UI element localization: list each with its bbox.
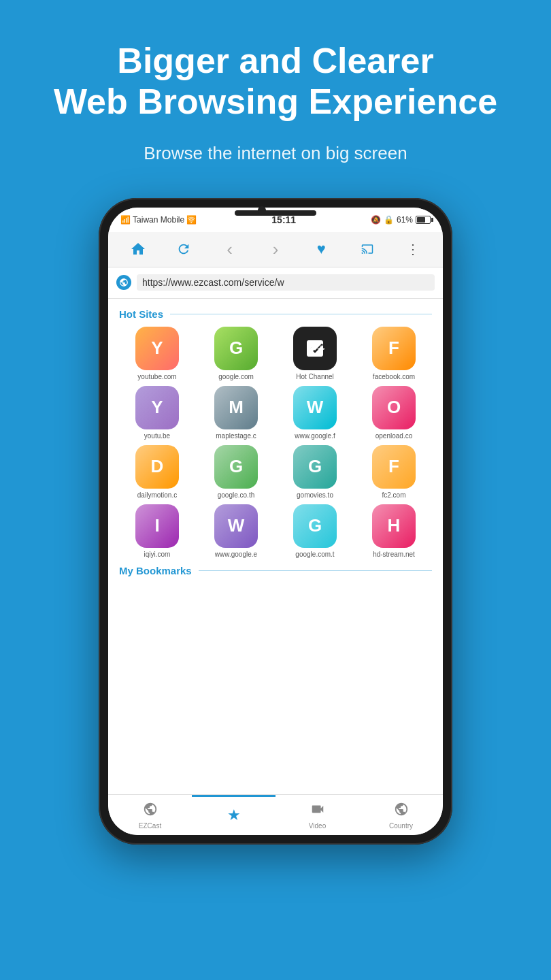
hot-sites-line: [170, 314, 432, 314]
site-label-hd-stream: hd-stream.net: [373, 551, 415, 558]
nav-label-video: Video: [309, 822, 326, 830]
bookmarks-line: [199, 570, 432, 571]
site-icon-hot-channel: ✦✦: [293, 327, 337, 370]
site-item-youtube[interactable]: Y youtube.com: [119, 327, 195, 380]
site-label-google-com-t: google.com.t: [295, 551, 334, 558]
site-label-gomovies: gomovies.to: [297, 491, 333, 499]
site-item-openload[interactable]: O openload.co: [356, 386, 432, 440]
site-icon-openload: O: [372, 386, 416, 429]
site-icon-iqiyi: I: [135, 504, 179, 548]
hot-sites-title: Hot Sites: [119, 308, 163, 320]
site-icon-gomovies: G: [293, 445, 337, 489]
site-icon-facebook: F: [372, 327, 416, 370]
country-icon: [394, 802, 409, 821]
site-item-www-google-f[interactable]: W www.google.f: [277, 386, 353, 440]
site-item-google-co-th[interactable]: G google.co.th: [198, 445, 274, 499]
site-item-google-com-t[interactable]: G google.com.t: [277, 504, 353, 558]
site-label-maplestage: maplestage.c: [216, 432, 256, 440]
refresh-button[interactable]: [171, 237, 196, 261]
site-label-dailymotion: dailymotion.c: [137, 491, 177, 499]
page-content: Hot Sites Y youtube.com G google.com: [108, 299, 443, 794]
site-item-gomovies[interactable]: G gomovies.to: [277, 445, 353, 499]
phone-outer: 📶 Taiwan Mobile 🛜 15:11 🔕 🔒 61%: [99, 198, 452, 845]
nav-item-bookmarks[interactable]: ★: [192, 795, 276, 835]
status-time: 15:11: [271, 214, 296, 225]
nav-label-ezcast: EZCast: [139, 822, 161, 830]
site-label-google-co-th: google.co.th: [218, 491, 255, 499]
forward-button[interactable]: ›: [263, 237, 288, 261]
site-item-hd-stream[interactable]: H hd-stream.net: [356, 504, 432, 558]
nav-item-country[interactable]: Country: [359, 795, 443, 835]
site-label-openload: openload.co: [375, 432, 413, 440]
site-icon-google-com-t: G: [293, 504, 337, 548]
status-right: 🔕 🔒 61%: [371, 215, 431, 225]
svg-text:✦✦: ✦✦: [307, 343, 326, 355]
url-favicon: [116, 275, 131, 290]
site-label-hot-channel: Hot Channel: [296, 373, 334, 380]
site-item-youtu-be[interactable]: Y youtu.be: [119, 386, 195, 440]
site-label-iqiyi: iqiyi.com: [144, 551, 171, 558]
site-icon-youtu-be: Y: [135, 386, 179, 429]
site-icon-maplestage: M: [214, 386, 258, 429]
site-icon-youtube: Y: [135, 327, 179, 370]
site-item-facebook[interactable]: F facebook.com: [356, 327, 432, 380]
site-item-google[interactable]: G google.com: [198, 327, 274, 380]
bottom-nav: EZCast ★ Video: [108, 794, 443, 835]
nav-item-ezcast[interactable]: EZCast: [108, 795, 192, 835]
bookmarks-title: My Bookmarks: [119, 565, 192, 576]
site-item-maplestage[interactable]: M maplestage.c: [198, 386, 274, 440]
site-item-www-google-e[interactable]: W www.google.e: [198, 504, 274, 558]
battery-icon: [416, 216, 431, 224]
site-label-youtube: youtube.com: [137, 373, 176, 380]
sub-title: Browse the internet on big screen: [54, 143, 497, 164]
site-icon-dailymotion: D: [135, 445, 179, 489]
nav-item-video[interactable]: Video: [276, 795, 359, 835]
site-icon-www-google-e: W: [214, 504, 258, 548]
heart-button[interactable]: ♥: [309, 237, 333, 261]
url-input[interactable]: https://www.ezcast.com/service/w: [137, 274, 435, 291]
site-icon-www-google-f: W: [293, 386, 337, 429]
header-section: Bigger and ClearerWeb Browsing Experienc…: [27, 0, 524, 178]
browser-toolbar: ‹ › ♥ ⋮: [108, 232, 443, 267]
bookmark-star-icon: ★: [227, 806, 241, 824]
site-label-fc2: fc2.com: [382, 491, 405, 499]
phone-inner: 📶 Taiwan Mobile 🛜 15:11 🔕 🔒 61%: [108, 208, 443, 835]
site-item-dailymotion[interactable]: D dailymotion.c: [119, 445, 195, 499]
home-button[interactable]: [126, 237, 150, 261]
site-label-www-google-e: www.google.e: [215, 551, 257, 558]
site-icon-google-co-th: G: [214, 445, 258, 489]
site-icon-fc2: F: [372, 445, 416, 489]
site-label-youtu-be: youtu.be: [144, 432, 170, 440]
status-left: 📶 Taiwan Mobile 🛜: [120, 215, 197, 225]
bookmarks-header: My Bookmarks: [119, 565, 432, 576]
phone-camera: [258, 206, 266, 214]
hot-sites-header: Hot Sites: [119, 308, 432, 320]
ezcast-icon: [143, 802, 158, 821]
hot-sites-grid: Y youtube.com G google.com: [119, 327, 432, 558]
site-label-facebook: facebook.com: [373, 373, 415, 380]
site-icon-google: G: [214, 327, 258, 370]
more-button[interactable]: ⋮: [401, 237, 425, 261]
screen: 📶 Taiwan Mobile 🛜 15:11 🔕 🔒 61%: [108, 208, 443, 835]
site-item-iqiyi[interactable]: I iqiyi.com: [119, 504, 195, 558]
url-bar[interactable]: https://www.ezcast.com/service/w: [108, 267, 443, 299]
main-title: Bigger and ClearerWeb Browsing Experienc…: [54, 41, 497, 122]
cast-button[interactable]: [355, 237, 380, 261]
site-item-fc2[interactable]: F fc2.com: [356, 445, 432, 499]
site-item-hot-channel[interactable]: ✦✦ Hot Channel: [277, 327, 353, 380]
site-icon-hd-stream: H: [372, 504, 416, 548]
site-label-google: google.com: [218, 373, 254, 380]
nav-label-country: Country: [389, 822, 413, 830]
phone-notch: [235, 210, 316, 216]
back-button[interactable]: ‹: [218, 237, 242, 261]
site-label-www-google-f: www.google.f: [295, 432, 335, 440]
video-icon: [310, 802, 325, 821]
phone-mockup: 📶 Taiwan Mobile 🛜 15:11 🔕 🔒 61%: [99, 198, 452, 845]
